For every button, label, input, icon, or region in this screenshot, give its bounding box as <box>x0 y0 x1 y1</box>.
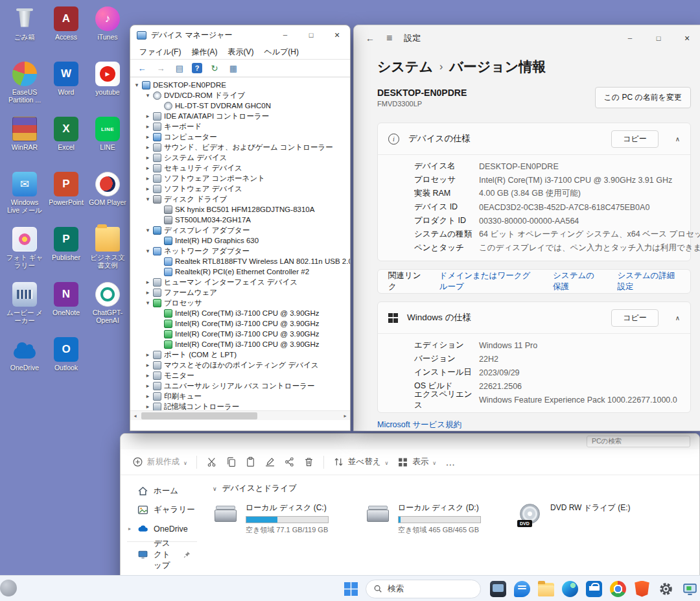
desktop-icon-recycle-bin[interactable]: ごみ箱 <box>4 4 45 59</box>
tree-item[interactable]: ▸ヒューマン インターフェイス デバイス <box>130 277 350 287</box>
horizontal-scrollbar[interactable]: ◂ ▸ <box>130 410 350 420</box>
settings-icon[interactable] <box>658 581 674 597</box>
tree-item[interactable]: ▸ポート (COM と LPT) <box>130 349 350 360</box>
tree-item[interactable]: Realtek(R) PCI(e) Ethernet Controller #2 <box>130 266 350 277</box>
tree-toggle-icon[interactable]: ▸ <box>144 279 152 285</box>
device-manager-icon[interactable] <box>682 582 696 596</box>
tree-item[interactable]: ▾DESKTOP-EN0PDRE <box>130 80 350 90</box>
more-options-button[interactable]: … <box>445 456 456 467</box>
tree-toggle-icon[interactable]: ▸ <box>144 123 152 130</box>
forward-icon[interactable]: → <box>154 62 167 75</box>
delete-icon[interactable] <box>303 456 314 467</box>
devices-drives-section-header[interactable]: ∨ デバイスとドライブ <box>213 483 699 494</box>
desktop-icon-excel[interactable]: XExcel <box>45 114 87 169</box>
edge-icon[interactable] <box>562 581 578 597</box>
tree-toggle-icon[interactable]: ▸ <box>144 372 152 379</box>
tree-item[interactable]: ▸ソフトウェア デバイス <box>130 183 350 194</box>
tree-item[interactable]: ▸サウンド、ビデオ、およびゲーム コントローラー <box>130 142 350 152</box>
tree-item[interactable]: ▾ネットワーク アダプター <box>130 246 350 256</box>
maximize-button[interactable] <box>644 25 673 51</box>
tree-item[interactable]: Intel(R) Core(TM) i3-7100 CPU @ 3.90GHz <box>130 339 350 349</box>
tree-item[interactable]: ▸マウスとそのほかのポインティング デバイス <box>130 360 350 370</box>
desktop-icon[interactable] <box>490 581 506 597</box>
rename-icon[interactable] <box>264 456 275 467</box>
tree-toggle-icon[interactable]: ▸ <box>144 154 152 161</box>
desktop-icon-photo-gallery[interactable]: フォト ギャラリー <box>4 224 45 279</box>
tree-item[interactable]: ▾DVD/CD-ROM ドライブ <box>130 90 350 100</box>
related-link[interactable]: システムの保護 <box>553 270 601 292</box>
view-button[interactable]: 表示 <box>397 456 436 467</box>
desktop-icon-word[interactable]: WWord <box>45 59 87 114</box>
drive-tile[interactable]: DVDDVD RW ドライブ (E:) <box>517 502 655 535</box>
tree-toggle-icon[interactable]: ▾ <box>144 92 152 99</box>
close-button[interactable] <box>673 25 700 51</box>
tree-toggle-icon[interactable]: ▸ <box>144 175 152 182</box>
tree-toggle-icon[interactable]: ▸ <box>144 351 152 358</box>
tree-item[interactable]: Intel(R) Core(TM) i3-7100 CPU @ 3.90GHz <box>130 318 350 329</box>
close-button[interactable] <box>324 25 350 45</box>
drive-tile[interactable]: ローカル ディスク (C:)空き領域 77.1 GB/119 GB <box>213 502 351 535</box>
hamburger-menu-icon[interactable]: ≡ <box>386 32 392 44</box>
desktop-icon-youtube[interactable]: ▶youtube <box>87 59 128 114</box>
tree-item[interactable]: ▸ユニバーサル シリアル バス コントローラー <box>130 381 350 391</box>
tree-item[interactable]: ▸セキュリティ デバイス <box>130 163 350 173</box>
device-spec-header[interactable]: i デバイスの仕様 コピー ∧ <box>378 123 690 154</box>
tree-item[interactable]: Intel(R) Core(TM) i3-7100 CPU @ 3.90GHz <box>130 329 350 339</box>
tree-item[interactable]: ▸システム デバイス <box>130 152 350 163</box>
back-icon[interactable]: ← <box>135 62 148 75</box>
store-icon[interactable] <box>586 581 602 597</box>
sidebar-item-onedrive[interactable]: ▸OneDrive <box>121 519 204 538</box>
tree-item[interactable]: Intel(R) HD Graphics 630 <box>130 235 350 246</box>
tree-toggle-icon[interactable]: ▾ <box>144 196 152 202</box>
desktop-icon-onenote[interactable]: NOneNote <box>45 279 87 335</box>
menu-item-3[interactable]: ヘルプ(H) <box>259 45 304 59</box>
related-link[interactable]: ドメインまたはワークグループ <box>439 270 537 292</box>
tree-item[interactable]: ▸キーボード <box>130 121 350 132</box>
scroll-left-icon[interactable]: ◂ <box>130 413 140 419</box>
sidebar-item-desktop[interactable]: デスクトップ <box>121 545 204 564</box>
cut-icon[interactable] <box>206 456 217 467</box>
tree-item[interactable]: ▸モニター <box>130 370 350 381</box>
tree-item[interactable]: HL-DT-ST DVDRAM GHC0N <box>130 100 350 111</box>
desktop-icon-easeus[interactable]: EaseUS Partition ... <box>4 59 45 114</box>
tree-item[interactable]: ST500LM034-2GH17A <box>130 215 350 225</box>
tree-toggle-icon[interactable]: ▸ <box>144 362 152 368</box>
corner-widget[interactable] <box>0 580 17 596</box>
taskbar-search[interactable]: 検索 <box>366 580 481 598</box>
desktop-icon-line[interactable]: LINELINE <box>87 114 128 169</box>
chevron-up-icon[interactable]: ∧ <box>675 314 680 322</box>
desktop-icon-movie-maker[interactable]: ムービー メーカー <box>4 279 45 335</box>
scan-hardware-icon[interactable]: ↻ <box>208 62 221 75</box>
tree-item[interactable]: ▾ディスク ドライブ <box>130 194 350 204</box>
desktop-icon-access[interactable]: AAccess <box>45 4 87 59</box>
sidebar-item-gallery[interactable]: ギャラリー <box>121 501 204 519</box>
tree-item[interactable]: ▾プロセッサ <box>130 298 350 308</box>
footer-link[interactable]: Microsoft サービス規約 <box>377 419 679 430</box>
desktop-icon-outlook[interactable]: OOutlook <box>45 335 87 390</box>
desktop-icon-itunes[interactable]: ♪iTunes <box>87 4 128 59</box>
tree-item[interactable]: ▸IDE ATA/ATAPI コントローラー <box>130 111 350 121</box>
desktop-icon-livemail[interactable]: ✉Windows Live メール <box>4 169 45 224</box>
tree-toggle-icon[interactable]: ▸ <box>144 165 152 171</box>
scrollbar-track[interactable] <box>140 411 340 420</box>
chevron-right-icon[interactable]: ▸ <box>127 526 132 532</box>
desktop-icon-winrar[interactable]: WinRAR <box>4 114 45 169</box>
new-button[interactable]: 新規作成 <box>132 456 187 467</box>
desktop-icon-publisher[interactable]: PPublisher <box>45 224 87 279</box>
tree-toggle-icon[interactable]: ▾ <box>144 227 152 233</box>
tree-item[interactable]: ▾ディスプレイ アダプター <box>130 225 350 235</box>
menu-item-1[interactable]: 操作(A) <box>186 45 222 59</box>
tree-item[interactable]: Realtek RTL8188FTV Wireless LAN 802.11n … <box>130 256 350 266</box>
tree-item[interactable]: ▸印刷キュー <box>130 391 350 401</box>
rename-pc-button[interactable]: この PC の名前を変更 <box>595 87 691 108</box>
menu-item-0[interactable]: ファイル(F) <box>134 45 186 59</box>
windows-spec-header[interactable]: Windows の仕様 コピー ∧ <box>378 302 690 333</box>
minimize-button[interactable] <box>272 25 298 45</box>
scroll-right-icon[interactable]: ▸ <box>340 413 350 419</box>
tree-toggle-icon[interactable]: ▸ <box>144 113 152 119</box>
back-icon[interactable]: ← <box>366 33 375 43</box>
copy-button[interactable]: コピー <box>611 130 659 148</box>
start-button[interactable] <box>342 580 359 597</box>
tree-toggle-icon[interactable]: ▸ <box>144 144 152 150</box>
scrollbar-thumb[interactable] <box>141 412 257 419</box>
